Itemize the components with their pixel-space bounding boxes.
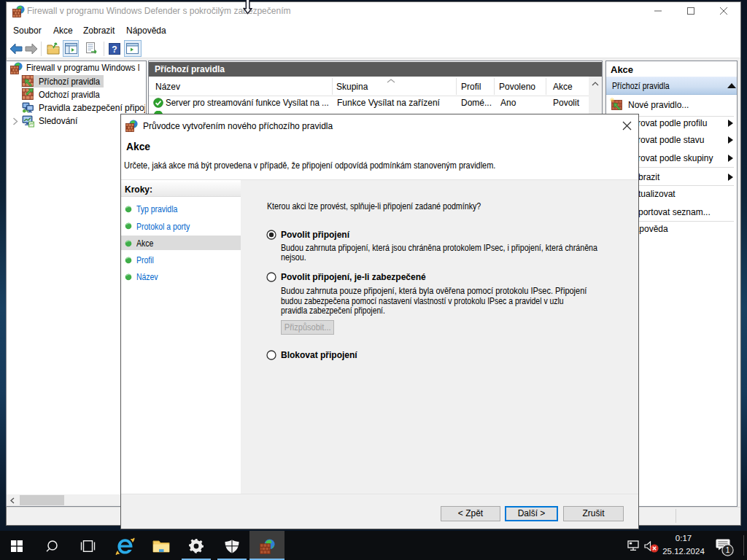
- svg-text:1: 1: [726, 546, 730, 554]
